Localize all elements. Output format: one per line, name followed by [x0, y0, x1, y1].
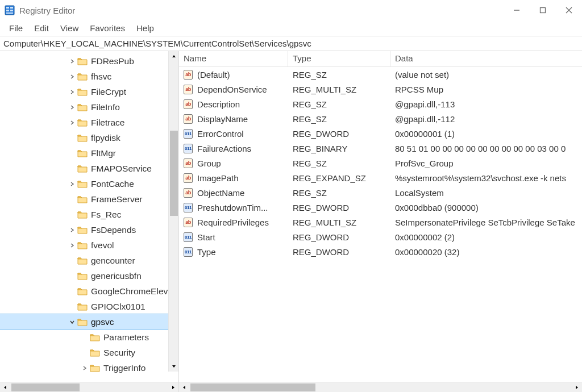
minimize-button[interactable]	[504, 0, 530, 20]
chevron-right-icon[interactable]	[68, 226, 76, 234]
tree-item-label: FltMgr	[91, 148, 116, 159]
tree-item-fileinfo[interactable]: FileInfo	[0, 99, 178, 115]
folder-icon	[90, 348, 100, 357]
scroll-down-icon[interactable]	[169, 361, 178, 372]
value-type: REG_DWORD	[288, 247, 390, 257]
value-row[interactable]: ErrorControlREG_DWORD0x00000001 (1)	[179, 126, 582, 141]
value-row[interactable]: TypeREG_DWORD0x00000020 (32)	[179, 244, 582, 259]
tree-item-fsdepends[interactable]: FsDepends	[0, 222, 178, 237]
tree-item-fhsvc[interactable]: fhsvc	[0, 69, 178, 84]
value-type: REG_SZ	[288, 99, 390, 109]
tree-horizontal-scrollbar[interactable]	[0, 382, 178, 392]
tree-item-triggerinfo[interactable]: TriggerInfo	[0, 360, 178, 376]
value-row[interactable]: DescriptionREG_SZ@gpapi.dll,-113	[179, 97, 582, 111]
value-row[interactable]: StartREG_DWORD0x00000002 (2)	[179, 230, 582, 244]
folder-icon	[77, 195, 88, 204]
column-header-data[interactable]: Data	[390, 51, 582, 66]
svg-rect-1	[6, 7, 9, 9]
chevron-right-icon[interactable]	[68, 119, 76, 127]
tree-item-label: GoogleChromeElev	[91, 286, 168, 297]
tree-item-filecrypt[interactable]: FileCrypt	[0, 84, 178, 99]
value-row[interactable]: (Default)REG_SZ(value not set)	[179, 67, 582, 82]
value-data: LocalSystem	[390, 188, 582, 198]
tree-item-fontcache[interactable]: FontCache	[0, 176, 178, 191]
tree-branch-icon	[68, 272, 76, 280]
value-row[interactable]: ObjectNameREG_SZLocalSystem	[179, 185, 582, 200]
folder-icon	[77, 57, 88, 66]
tree-item-gpsvc[interactable]: gpsvc	[0, 314, 178, 330]
menu-view[interactable]: View	[55, 22, 84, 34]
column-header-type[interactable]: Type	[288, 51, 390, 66]
value-type: REG_SZ	[288, 188, 390, 198]
folder-icon	[77, 318, 88, 327]
scroll-up-icon[interactable]	[169, 51, 178, 61]
tree-item-label: FontCache	[91, 179, 134, 189]
scroll-left-icon[interactable]	[0, 382, 10, 393]
scrollbar-thumb[interactable]	[170, 131, 178, 216]
value-data: @gpapi.dll,-112	[390, 114, 582, 124]
value-row[interactable]: ImagePathREG_EXPAND_SZ%systemroot%\syste…	[179, 170, 582, 185]
menu-help[interactable]: Help	[131, 22, 160, 34]
tree-item-label: FDResPub	[91, 56, 134, 66]
scroll-right-icon[interactable]	[168, 382, 178, 393]
menu-favorites[interactable]: Favorites	[84, 22, 131, 34]
maximize-button[interactable]	[530, 0, 556, 20]
menu-file[interactable]: File	[3, 22, 28, 34]
close-button[interactable]	[556, 0, 582, 20]
scrollbar-thumb[interactable]	[190, 383, 315, 391]
list-horizontal-scrollbar[interactable]	[179, 382, 582, 392]
chevron-right-icon[interactable]	[81, 364, 89, 372]
tree-item-frameserver[interactable]: FrameServer	[0, 191, 178, 207]
address-bar[interactable]: Computer\HKEY_LOCAL_MACHINE\SYSTEM\Curre…	[0, 36, 582, 51]
tree-branch-icon	[81, 349, 89, 357]
regedit-icon	[5, 5, 15, 15]
scroll-right-icon[interactable]	[572, 382, 582, 393]
value-row[interactable]: DependOnServiceREG_MULTI_SZRPCSS Mup	[179, 82, 582, 97]
tree-item-fmaposervice[interactable]: FMAPOService	[0, 161, 178, 176]
tree-item-parameters[interactable]: Parameters	[0, 330, 178, 345]
chevron-right-icon[interactable]	[68, 88, 76, 96]
column-header-name[interactable]: Name	[179, 51, 288, 66]
value-data: SeImpersonatePrivilege SeTcbPrivilege Se…	[390, 218, 582, 227]
tree-item-label: FileCrypt	[91, 87, 126, 97]
value-type: REG_DWORD	[288, 232, 390, 242]
tree-branch-icon	[68, 134, 76, 142]
tree-vertical-scrollbar[interactable]	[168, 51, 178, 372]
tree-item-fdrespub[interactable]: FDResPub	[0, 53, 178, 69]
chevron-right-icon[interactable]	[68, 73, 76, 81]
value-data: 0x00000001 (1)	[390, 129, 582, 139]
value-data: 0x00000002 (2)	[390, 232, 582, 242]
tree-item-gencounter[interactable]: gencounter	[0, 253, 178, 268]
value-row[interactable]: FailureActionsREG_BINARY80 51 01 00 00 0…	[179, 141, 582, 156]
tree-item-security[interactable]: Security	[0, 345, 178, 360]
tree-item-googlechromeelev[interactable]: GoogleChromeElev	[0, 283, 178, 299]
value-row[interactable]: DisplayNameREG_SZ@gpapi.dll,-112	[179, 111, 582, 126]
chevron-right-icon[interactable]	[68, 103, 76, 111]
value-row[interactable]: PreshutdownTim...REG_DWORD0x000dbba0 (90…	[179, 200, 582, 215]
value-data: (value not set)	[390, 70, 582, 80]
value-name: FailureActions	[193, 144, 288, 153]
value-type: REG_SZ	[288, 159, 390, 168]
string-value-icon	[184, 159, 193, 168]
value-name: Description	[193, 99, 288, 109]
tree-item-fvevol[interactable]: fvevol	[0, 237, 178, 253]
window-title: Registry Editor	[19, 6, 504, 15]
scroll-left-icon[interactable]	[179, 382, 189, 393]
tree-item-filetrace[interactable]: Filetrace	[0, 115, 178, 130]
value-row[interactable]: RequiredPrivilegesREG_MULTI_SZSeImperson…	[179, 215, 582, 230]
chevron-down-icon[interactable]	[68, 318, 76, 326]
tree-branch-icon	[68, 211, 76, 219]
chevron-right-icon[interactable]	[68, 241, 76, 249]
tree-item-gpioclx0101[interactable]: GPIOClx0101	[0, 299, 178, 314]
folder-icon	[77, 180, 88, 189]
scrollbar-thumb[interactable]	[11, 383, 80, 391]
tree-item-genericusbfn[interactable]: genericusbfn	[0, 268, 178, 283]
menu-edit[interactable]: Edit	[28, 22, 55, 34]
tree-item-fltmgr[interactable]: FltMgr	[0, 145, 178, 161]
tree-item-fs-rec[interactable]: Fs_Rec	[0, 207, 178, 222]
value-row[interactable]: GroupREG_SZProfSvc_Group	[179, 156, 582, 170]
folder-icon	[90, 364, 100, 373]
chevron-right-icon[interactable]	[68, 57, 76, 65]
tree-item-flpydisk[interactable]: flpydisk	[0, 130, 178, 145]
chevron-right-icon[interactable]	[68, 180, 76, 188]
